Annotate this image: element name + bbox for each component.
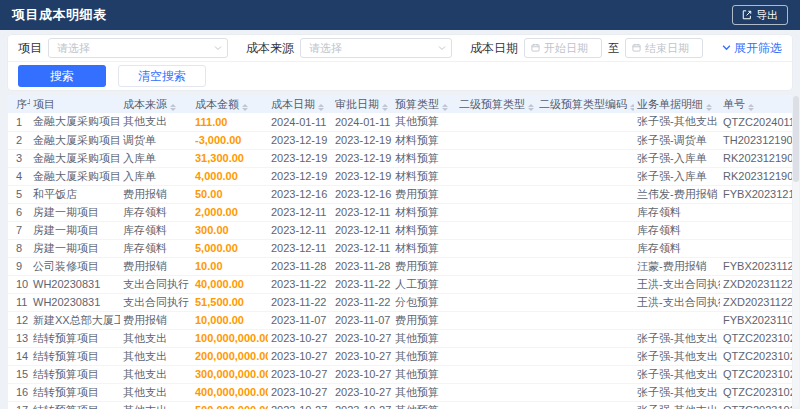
- cell-approval-date: 2023-10-27: [332, 401, 392, 409]
- table-row: 12新建XX总部大厦工程二期费用报销10,000.002023-11-07202…: [8, 311, 792, 329]
- chevron-down-icon: [438, 44, 446, 52]
- sort-icon[interactable]: [382, 104, 388, 111]
- project-select[interactable]: 请选择: [48, 38, 228, 58]
- cell-doc-no: QTZC20231027003: [720, 347, 792, 365]
- cell-budget-type: 其他预算: [392, 347, 456, 365]
- column-header-approval-date[interactable]: 审批日期: [332, 95, 392, 113]
- cell-cost-source: 其他支出: [120, 347, 192, 365]
- cell-doc-no: RK20231219002: [720, 167, 792, 185]
- cell-doc-no: TH20231219001: [720, 131, 792, 149]
- cell-project: 和平饭店: [30, 185, 120, 203]
- cell-biz-doc-detail: 张子强-其他支出: [634, 383, 720, 401]
- cell-doc-no: RK20231219003: [720, 149, 792, 167]
- date-start-input[interactable]: 开始日期: [524, 38, 602, 58]
- cell-index: 5: [8, 185, 30, 203]
- cell-biz-doc-detail: 张子强-其他支出: [634, 113, 720, 131]
- cell-budget-type: 人工预算: [392, 275, 456, 293]
- column-header-cost-amount[interactable]: 成本金额: [192, 95, 268, 113]
- cell-cost-source: 入库单: [120, 149, 192, 167]
- cell-approval-date: 2024-01-11: [332, 113, 392, 131]
- cell-sub-budget-code: [536, 365, 634, 383]
- cell-sub-budget-type: [456, 203, 536, 221]
- cell-project: 结转预算项目: [30, 365, 120, 383]
- column-header-cost-source[interactable]: 成本来源: [120, 95, 192, 113]
- cell-cost-amount: 10.00: [192, 257, 268, 275]
- top-bar: 项目成本明细表 导出: [0, 0, 800, 30]
- cell-cost-date: 2023-10-27: [268, 401, 332, 409]
- cell-sub-budget-type: [456, 311, 536, 329]
- column-header-cost-date[interactable]: 成本日期: [268, 95, 332, 113]
- cell-cost-amount: 111.00: [192, 113, 268, 131]
- cell-cost-source: 费用报销: [120, 185, 192, 203]
- cell-cost-date: 2023-11-22: [268, 293, 332, 311]
- cell-approval-date: 2023-12-19: [332, 131, 392, 149]
- cell-sub-budget-type: [456, 383, 536, 401]
- source-select-placeholder: 请选择: [309, 41, 342, 56]
- column-header-biz-doc-detail[interactable]: 业务单据明细: [634, 95, 720, 113]
- cell-cost-source: 其他支出: [120, 383, 192, 401]
- expand-filters-link[interactable]: 展开筛选: [722, 40, 782, 57]
- column-label: 预算类型: [395, 98, 439, 110]
- table-header-row: 序号项目成本来源成本金额成本日期审批日期预算类型二级预算类型二级预算类型编码业务…: [8, 95, 792, 113]
- cell-index: 3: [8, 149, 30, 167]
- cell-sub-budget-code: [536, 131, 634, 149]
- cell-cost-amount: 400,000,000.00: [192, 383, 268, 401]
- cell-budget-type: 分包预算: [392, 293, 456, 311]
- date-end-input[interactable]: 结束日期: [625, 38, 703, 58]
- column-header-sub-budget-code[interactable]: 二级预算类型编码: [536, 95, 634, 113]
- cell-biz-doc-detail: 兰伟发-费用报销: [634, 185, 720, 203]
- cell-approval-date: 2023-12-16: [332, 185, 392, 203]
- column-header-budget-type[interactable]: 预算类型: [392, 95, 456, 113]
- table-row: 8房建一期项目库存领料5,000.002023-12-112023-12-11材…: [8, 239, 792, 257]
- column-header-sub-budget-type[interactable]: 二级预算类型: [456, 95, 536, 113]
- cell-doc-no: [720, 203, 792, 221]
- cell-approval-date: 2023-11-28: [332, 257, 392, 275]
- cell-cost-amount: 200,000,000.00: [192, 347, 268, 365]
- cell-cost-source: 支出合同执行: [120, 293, 192, 311]
- source-select[interactable]: 请选择: [300, 38, 452, 58]
- table-row: 4金融大厦采购项目入库单4,000.002023-12-192023-12-19…: [8, 167, 792, 185]
- cell-sub-budget-code: [536, 311, 634, 329]
- cell-index: 8: [8, 239, 30, 257]
- sort-icon[interactable]: [630, 104, 634, 111]
- cell-sub-budget-code: [536, 275, 634, 293]
- scrollbar-thumb[interactable]: [793, 96, 799, 182]
- cell-sub-budget-type: [456, 293, 536, 311]
- sort-icon[interactable]: [706, 104, 712, 111]
- cell-budget-type: 材料预算: [392, 239, 456, 257]
- column-label: 二级预算类型编码: [539, 98, 627, 110]
- cell-cost-amount: 300,000,000.00: [192, 365, 268, 383]
- vertical-scrollbar[interactable]: [793, 96, 799, 407]
- table-row: 1金融大厦采购项目其他支出111.002024-01-112024-01-11其…: [8, 113, 792, 131]
- cell-biz-doc-detail: [634, 311, 720, 329]
- sort-icon[interactable]: [318, 104, 324, 111]
- sort-icon[interactable]: [528, 104, 534, 111]
- cell-cost-amount: 4,000.00: [192, 167, 268, 185]
- cell-cost-amount: 100,000,000.00: [192, 329, 268, 347]
- export-button[interactable]: 导出: [732, 5, 788, 25]
- cell-budget-type: 材料预算: [392, 221, 456, 239]
- cell-cost-source: 支出合同执行: [120, 275, 192, 293]
- cell-cost-date: 2023-12-19: [268, 167, 332, 185]
- cell-sub-budget-code: [536, 401, 634, 409]
- cell-project: 结转预算项目: [30, 329, 120, 347]
- cell-sub-budget-code: [536, 383, 634, 401]
- column-header-doc-no[interactable]: 单号: [720, 95, 792, 113]
- cell-index: 14: [8, 347, 30, 365]
- column-label: 业务单据明细: [637, 98, 703, 110]
- sort-icon[interactable]: [442, 104, 448, 111]
- cell-cost-amount: 50.00: [192, 185, 268, 203]
- cell-doc-no: QTZC20231027002: [720, 329, 792, 347]
- sort-icon[interactable]: [170, 104, 176, 111]
- search-button[interactable]: 搜索: [18, 65, 106, 87]
- table-row: 9公司装修项目费用报销10.002023-11-282023-11-28费用预算…: [8, 257, 792, 275]
- clear-search-button[interactable]: 清空搜索: [118, 65, 206, 87]
- cell-biz-doc-detail: 张子强-调货单: [634, 131, 720, 149]
- sort-icon[interactable]: [242, 104, 248, 111]
- cell-cost-amount: 5,000.00: [192, 239, 268, 257]
- cell-cost-source: 其他支出: [120, 329, 192, 347]
- sort-icon[interactable]: [748, 104, 754, 111]
- cell-index: 15: [8, 365, 30, 383]
- cell-cost-source: 库存领料: [120, 221, 192, 239]
- date-end-placeholder: 结束日期: [645, 41, 689, 56]
